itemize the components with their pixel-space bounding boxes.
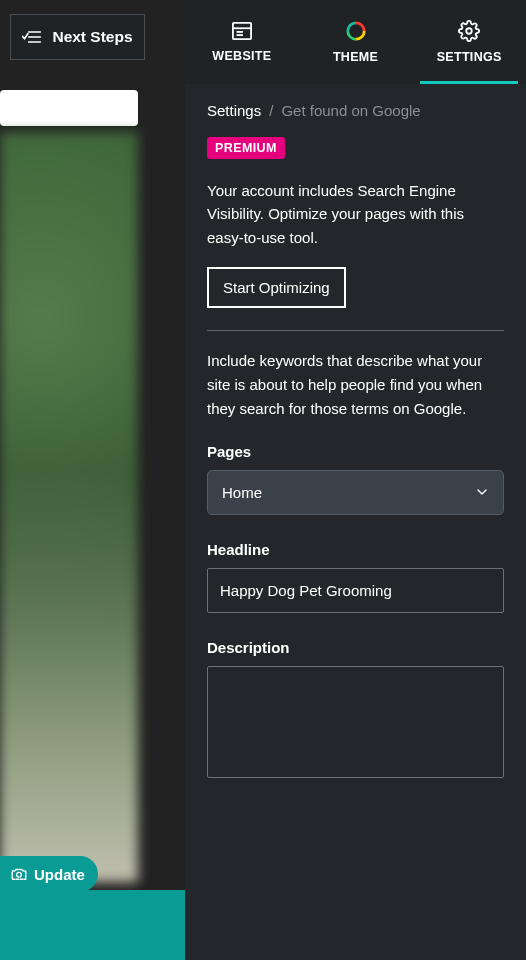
preview-header-placeholder bbox=[0, 90, 138, 126]
svg-point-12 bbox=[466, 28, 472, 34]
gear-icon bbox=[458, 20, 480, 42]
tab-website-label: WEBSITE bbox=[212, 49, 271, 63]
next-steps-label: Next Steps bbox=[52, 28, 132, 46]
tab-settings-label: SETTINGS bbox=[437, 50, 502, 64]
tab-website[interactable]: WEBSITE bbox=[185, 0, 299, 84]
camera-icon bbox=[10, 865, 28, 883]
checklist-icon bbox=[22, 29, 42, 45]
section-divider bbox=[207, 330, 504, 331]
svg-point-0 bbox=[17, 872, 22, 877]
theme-icon bbox=[345, 20, 367, 42]
preview-footer-block bbox=[0, 890, 185, 960]
breadcrumb-root[interactable]: Settings bbox=[207, 102, 261, 119]
website-icon bbox=[231, 21, 253, 41]
settings-panel: WEBSITE THEME SETTINGS Settings / Get fo… bbox=[185, 0, 526, 960]
keywords-help-text: Include keywords that describe what your… bbox=[207, 349, 504, 421]
start-optimizing-button[interactable]: Start Optimizing bbox=[207, 267, 346, 308]
next-steps-button[interactable]: Next Steps bbox=[10, 14, 145, 60]
breadcrumb: Settings / Get found on Google bbox=[207, 102, 504, 119]
tab-theme[interactable]: THEME bbox=[299, 0, 413, 84]
config-tabs: WEBSITE THEME SETTINGS bbox=[185, 0, 526, 84]
breadcrumb-sep: / bbox=[269, 102, 273, 119]
description-textarea[interactable] bbox=[207, 666, 504, 778]
premium-badge: PREMIUM bbox=[207, 137, 285, 159]
panel-body: Settings / Get found on Google PREMIUM Y… bbox=[185, 84, 526, 782]
tab-settings[interactable]: SETTINGS bbox=[412, 0, 526, 84]
pages-select[interactable]: Home bbox=[207, 470, 504, 515]
preview-hero-image bbox=[0, 132, 138, 882]
update-button[interactable]: Update bbox=[0, 856, 98, 892]
tab-theme-label: THEME bbox=[333, 50, 378, 64]
headline-input[interactable] bbox=[207, 568, 504, 613]
update-label: Update bbox=[34, 866, 85, 883]
premium-description: Your account includes Search Engine Visi… bbox=[207, 179, 504, 249]
site-preview-pane: Update bbox=[0, 0, 185, 960]
description-label: Description bbox=[207, 639, 504, 656]
breadcrumb-current: Get found on Google bbox=[281, 102, 420, 119]
headline-label: Headline bbox=[207, 541, 504, 558]
pages-label: Pages bbox=[207, 443, 504, 460]
